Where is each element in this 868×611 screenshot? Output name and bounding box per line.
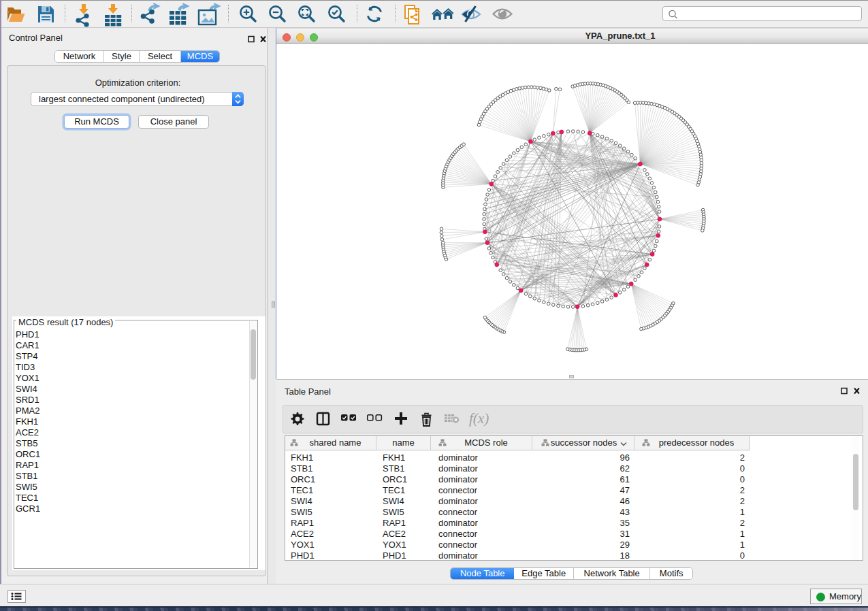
svg-text:f(x): f(x) xyxy=(469,410,489,427)
